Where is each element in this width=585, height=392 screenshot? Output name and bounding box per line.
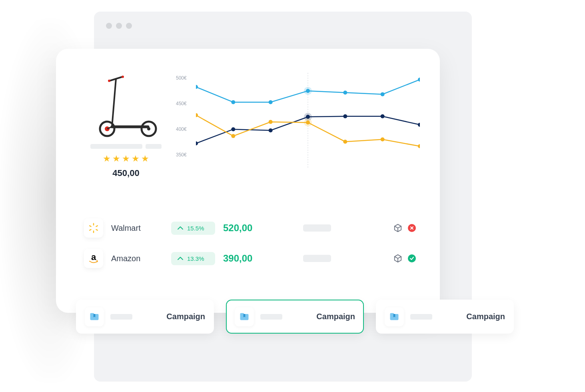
product-placeholder-lines	[84, 144, 168, 149]
package-icon[interactable]	[393, 254, 402, 263]
placeholder	[146, 144, 162, 149]
star-icon: ★	[132, 154, 140, 164]
window-controls	[106, 23, 132, 29]
tab-label: Campaign	[316, 312, 355, 321]
svg-point-21	[269, 128, 273, 132]
y-tick: 500€	[176, 75, 187, 81]
star-icon: ★	[112, 154, 120, 164]
svg-point-31	[306, 120, 310, 124]
y-tick: 350€	[176, 152, 187, 158]
svg-line-0	[112, 79, 116, 127]
svg-point-8	[147, 127, 150, 130]
svg-point-20	[231, 127, 235, 131]
placeholder	[90, 144, 142, 149]
svg-point-13	[269, 100, 273, 104]
competitor-price: 390,00	[223, 253, 271, 264]
placeholder	[303, 255, 331, 262]
status-error-icon	[408, 224, 416, 232]
price-chart: 500€ 450€ 400€ 350€	[176, 73, 424, 177]
window-dot	[116, 23, 122, 29]
placeholder	[410, 314, 432, 320]
row-actions	[393, 224, 416, 232]
svg-point-28	[231, 134, 235, 138]
chart-svg	[196, 73, 420, 169]
rating-stars: ★ ★ ★ ★ ★	[84, 154, 168, 164]
svg-point-34	[418, 144, 420, 148]
star-icon: ★	[103, 154, 111, 164]
svg-rect-35	[93, 223, 94, 226]
svg-point-24	[343, 114, 347, 118]
svg-point-17	[381, 92, 385, 96]
arrow-up-icon	[178, 255, 183, 262]
main-dashboard-card: ★ ★ ★ ★ ★ 450,00 500€ 450€ 400€ 350€	[56, 49, 440, 313]
svg-text:a: a	[91, 252, 96, 262]
svg-point-18	[418, 78, 420, 82]
product-summary: ★ ★ ★ ★ ★ 450,00	[84, 73, 168, 178]
change-badge: 15.5%	[171, 222, 215, 235]
svg-point-15	[306, 89, 310, 93]
svg-point-26	[418, 123, 420, 127]
arrow-up-icon	[178, 225, 183, 231]
window-dot	[126, 23, 132, 29]
folder-icon	[385, 307, 404, 326]
svg-point-2	[122, 76, 124, 78]
svg-rect-38	[89, 229, 92, 231]
placeholder	[260, 314, 282, 320]
campaign-tab[interactable]: Campaign	[76, 300, 214, 334]
competitor-row-walmart: Walmart 15.5% 520,00	[84, 213, 416, 243]
competitor-price: 520,00	[223, 222, 271, 234]
svg-rect-36	[93, 230, 94, 233]
status-ok-icon	[408, 254, 416, 262]
svg-point-29	[269, 120, 273, 124]
change-value: 15.5%	[187, 225, 204, 232]
window-dot	[106, 23, 112, 29]
folder-icon	[85, 307, 104, 326]
svg-rect-40	[96, 229, 98, 231]
star-icon: ★	[122, 154, 130, 164]
svg-point-12	[231, 100, 235, 104]
campaign-tab[interactable]: Campaign	[376, 300, 514, 334]
walmart-icon	[84, 218, 103, 238]
store-name: Amazon	[111, 254, 163, 263]
svg-point-25	[381, 114, 385, 118]
package-icon[interactable]	[393, 224, 402, 232]
placeholder	[303, 224, 331, 232]
svg-point-33	[381, 138, 385, 142]
tab-label: Campaign	[166, 312, 205, 321]
competitor-list: Walmart 15.5% 520,00	[84, 213, 416, 274]
svg-rect-39	[89, 225, 92, 227]
row-actions	[393, 254, 416, 263]
store-name: Walmart	[111, 224, 163, 233]
svg-point-19	[196, 141, 198, 145]
amazon-icon: a	[84, 249, 103, 268]
campaign-tab-active[interactable]: Campaign	[226, 300, 364, 334]
placeholder	[110, 314, 132, 320]
svg-point-23	[306, 115, 310, 119]
change-badge: 13.3%	[171, 252, 215, 265]
y-tick: 400€	[176, 126, 187, 132]
change-value: 13.3%	[187, 255, 204, 262]
svg-point-11	[196, 85, 198, 89]
svg-rect-37	[96, 225, 98, 227]
product-image	[92, 73, 160, 141]
folder-icon	[235, 307, 254, 326]
tab-label: Campaign	[466, 312, 505, 321]
svg-point-16	[343, 90, 347, 94]
svg-point-32	[343, 140, 347, 144]
product-price: 450,00	[84, 168, 168, 178]
star-icon: ★	[141, 154, 149, 164]
competitor-row-amazon: a Amazon 13.3% 390,00	[84, 243, 416, 274]
y-tick: 450€	[176, 101, 187, 106]
svg-point-3	[108, 80, 110, 82]
campaign-tabs: Campaign Campaign Campaign	[76, 300, 514, 334]
